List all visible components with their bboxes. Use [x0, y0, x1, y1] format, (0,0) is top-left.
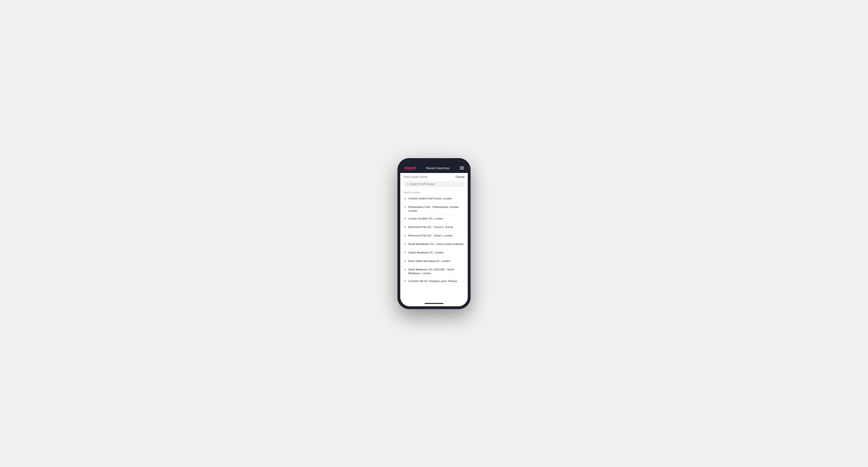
- course-name: Central London Golf Centre, London: [408, 196, 452, 200]
- status-bar: [400, 161, 468, 164]
- pin-wrapper: [404, 268, 406, 272]
- nav-bar: clippd Recent Searches: [400, 164, 468, 173]
- pin-wrapper: [404, 279, 406, 284]
- course-name: Richmond Park GC - Prince's, Surrey: [408, 225, 453, 229]
- svg-point-8: [405, 252, 405, 253]
- course-list-item[interactable]: Coombe Hill GC, Kingston upon Thames: [400, 277, 468, 286]
- find-header: Find a Golf Course Cancel: [400, 173, 468, 180]
- svg-point-2: [405, 198, 405, 199]
- pin-icon: [404, 260, 406, 262]
- pin-icon: [404, 234, 406, 237]
- phone-screen: clippd Recent Searches Find a Golf Cours…: [400, 161, 468, 306]
- course-name: Roehampton Club - Roehampton, Greater Lo…: [408, 205, 464, 213]
- pin-icon: [404, 206, 406, 209]
- pin-icon: [404, 217, 406, 220]
- course-list-item[interactable]: Richmond Park GC - Duke's, London: [400, 232, 468, 240]
- find-title: Find a Golf Course: [404, 175, 427, 179]
- svg-point-5: [405, 226, 405, 227]
- svg-point-4: [405, 218, 405, 219]
- cancel-button[interactable]: Cancel: [456, 175, 464, 179]
- pin-wrapper: [404, 225, 406, 229]
- pin-icon: [404, 243, 406, 246]
- course-list-item[interactable]: Central London Golf Centre, London: [400, 195, 468, 203]
- search-input[interactable]: [410, 182, 462, 186]
- pin-wrapper: [404, 205, 406, 210]
- svg-point-11: [405, 281, 405, 281]
- pin-wrapper: [404, 197, 406, 201]
- svg-point-6: [405, 235, 405, 236]
- pin-icon: [404, 251, 406, 254]
- hamburger-menu-icon[interactable]: [460, 166, 464, 169]
- pin-wrapper: [404, 234, 406, 238]
- nav-title: Recent Searches: [426, 166, 450, 170]
- course-name: Dukes Meadows GC, London: [408, 251, 444, 254]
- svg-point-3: [405, 207, 405, 207]
- pin-wrapper: [404, 217, 406, 221]
- course-name: Richmond Park GC - Duke's, London: [408, 234, 453, 238]
- course-list: Central London Golf Centre, LondonRoeham…: [400, 195, 468, 302]
- search-icon: [406, 183, 409, 185]
- course-name: Royal Wimbledon GC, Great London Authori…: [408, 242, 464, 246]
- search-wrapper: [400, 180, 468, 189]
- pin-icon: [404, 268, 406, 271]
- course-list-item[interactable]: London Scottish GC, London: [400, 215, 468, 223]
- course-name: Brent Valley Municipal GC, London: [408, 259, 450, 263]
- pin-wrapper: [404, 242, 406, 247]
- search-container: [404, 181, 464, 187]
- app-logo: clippd: [404, 166, 416, 170]
- course-name: North Middlesex GC (1011942 - North Midd…: [408, 268, 464, 275]
- home-bar: [425, 303, 443, 304]
- course-list-item[interactable]: North Middlesex GC (1011942 - North Midd…: [400, 266, 468, 277]
- svg-point-10: [405, 269, 405, 270]
- svg-line-1: [408, 185, 408, 185]
- pin-wrapper: [404, 251, 406, 255]
- course-list-item[interactable]: Royal Wimbledon GC, Great London Authori…: [400, 240, 468, 249]
- course-name: Coombe Hill GC, Kingston upon Thames: [408, 279, 457, 283]
- pin-icon: [404, 197, 406, 200]
- svg-point-9: [405, 260, 405, 261]
- course-name: London Scottish GC, London: [408, 217, 443, 220]
- home-indicator: [400, 302, 468, 306]
- pin-wrapper: [404, 259, 406, 263]
- phone-frame: clippd Recent Searches Find a Golf Cours…: [397, 158, 471, 309]
- pin-icon: [404, 226, 406, 229]
- course-list-item[interactable]: Brent Valley Municipal GC, London: [400, 257, 468, 266]
- pin-icon: [404, 280, 406, 283]
- svg-point-7: [405, 244, 405, 244]
- course-list-item[interactable]: Richmond Park GC - Prince's, Surrey: [400, 223, 468, 232]
- course-list-item[interactable]: Dukes Meadows GC, London: [400, 249, 468, 257]
- content-area: Find a Golf Course Cancel Nearby courses…: [400, 173, 468, 302]
- course-list-item[interactable]: Roehampton Club - Roehampton, Greater Lo…: [400, 203, 468, 215]
- nearby-label: Nearby courses: [400, 189, 468, 195]
